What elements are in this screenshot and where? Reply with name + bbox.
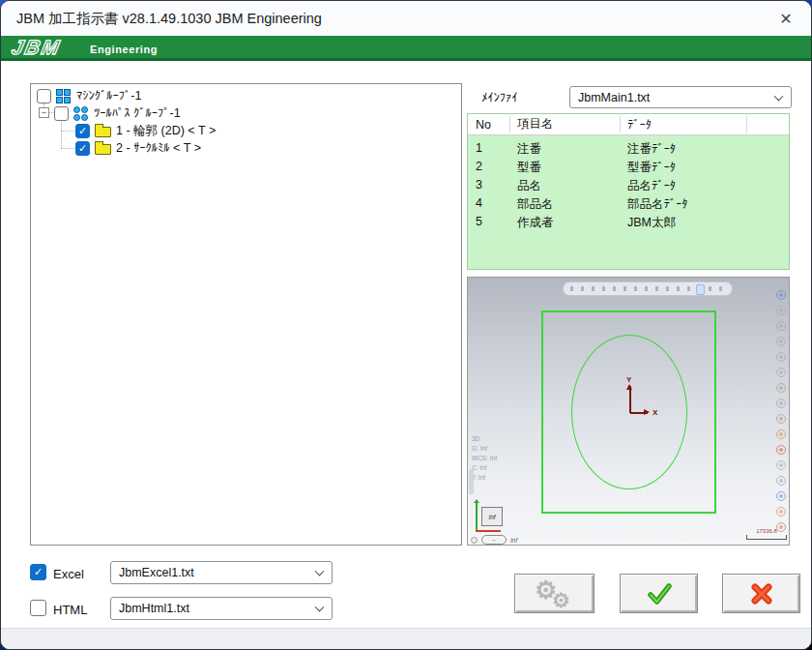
chevron-down-icon	[315, 567, 325, 576]
excel-file-combobox[interactable]: JbmExcel1.txt	[110, 561, 333, 584]
tree-node-operation-2[interactable]: ✓ 2 - ｻｰｸﾙﾐﾙ < T >	[75, 139, 201, 157]
table-header-row: No 項目名 ﾃﾞｰﾀ	[468, 114, 789, 135]
html-checkbox[interactable]: ✓	[30, 600, 46, 616]
y-axis-arrow-icon	[629, 386, 631, 413]
app-window: JBM 加工指示書 v28.1.49.1030 JBM Engineering …	[0, 0, 812, 650]
operation-1-checkbox[interactable]: ✓	[75, 124, 90, 138]
folder-icon	[95, 127, 111, 137]
bottom-strip	[1, 628, 811, 649]
html-file-value: JbmHtml1.txt	[119, 602, 189, 615]
table-row[interactable]: 2 型番 型番ﾃﾞｰﾀ	[468, 158, 789, 176]
table-body: 1 注番 注番ﾃﾞｰﾀ 2 型番 型番ﾃﾞｰﾀ 3 品名 品名ﾃﾞｰﾀ 4 部品…	[468, 135, 789, 231]
cell-item: 注番	[517, 141, 541, 158]
gear-icon: ⚙	[552, 590, 570, 610]
cancel-button[interactable]	[722, 574, 800, 613]
cell-item: 部品名	[517, 196, 554, 213]
operation-2-checkbox[interactable]: ✓	[75, 141, 90, 156]
scale-ruler: 17336.8	[746, 528, 787, 540]
viewport-tool-icon[interactable]	[776, 429, 786, 439]
cross-icon	[749, 581, 774, 606]
viewport-tool-icon[interactable]	[776, 491, 786, 501]
ok-button[interactable]	[620, 574, 698, 613]
header-no: No	[476, 118, 491, 132]
scale-value: 17336.8	[746, 528, 787, 535]
viewport-tool-icon[interactable]	[776, 321, 786, 331]
settings-button[interactable]: ⚙ ⚙	[514, 574, 594, 613]
scale-bar-icon	[746, 535, 787, 540]
cell-no: 3	[476, 178, 482, 192]
brand-tagline: Engineering	[90, 44, 158, 55]
cell-no: 2	[476, 160, 482, 173]
main-file-combobox[interactable]: JbmMain1.txt	[569, 86, 792, 108]
viewport-tool-icon[interactable]	[776, 383, 786, 393]
viewport-tool-icon[interactable]	[776, 352, 786, 362]
folder-icon	[95, 144, 111, 155]
viewport-status-panel: 3D G: Inf WCS: Inf C: Inf T: Inf	[472, 434, 497, 483]
viewport-bottom-status: ↔ Inf	[471, 535, 517, 545]
viewport-tool-icon[interactable]	[776, 337, 786, 346]
cell-no: 4	[476, 196, 482, 210]
cell-data: 注番ﾃﾞｰﾀ	[627, 141, 676, 158]
viewport-tool-icon[interactable]	[776, 414, 786, 424]
pan-icon: ↔	[481, 535, 507, 545]
excel-label: Excel	[53, 567, 84, 581]
cell-item: 型番	[517, 160, 541, 176]
tree-expander-icon[interactable]: −	[39, 107, 49, 118]
x-axis-arrow-icon	[630, 412, 648, 414]
html-file-combobox[interactable]: JbmHtml1.txt	[110, 597, 333, 620]
cell-data: 型番ﾃﾞｰﾀ	[627, 160, 676, 176]
chevron-down-icon	[315, 603, 325, 612]
close-button[interactable]: ✕	[772, 6, 799, 31]
tree-node-machine-group[interactable]: ✓ ﾏｼﾝｸﾞﾙｰﾌﾟ-1	[37, 87, 141, 104]
tree-node-toolpath-group[interactable]: ✓ ﾂｰﾙﾊﾟｽ ｸﾞﾙｰﾌﾟ-1	[54, 104, 181, 122]
y-axis-label: Y	[626, 375, 631, 384]
tree-connector	[61, 119, 62, 148]
tree-connector	[61, 131, 73, 132]
machine-group-icon	[56, 89, 72, 103]
excel-checkbox[interactable]: ✓	[30, 564, 46, 580]
viewport-tool-icon[interactable]	[776, 399, 786, 408]
main-file-value: JbmMain1.txt	[578, 91, 650, 104]
table-row[interactable]: 1 注番 注番ﾃﾞｰﾀ	[468, 139, 789, 158]
viewport-left-handle[interactable]	[469, 469, 474, 494]
close-icon: ✕	[779, 10, 792, 28]
toolpath-group-icon	[73, 106, 89, 121]
viewport-tool-icon[interactable]	[776, 368, 786, 377]
viewport-tool-icon[interactable]	[776, 290, 786, 300]
gizmo-plane-badge: Inf	[481, 507, 503, 526]
tree-node-label: ﾏｼﾝｸﾞﾙｰﾌﾟ-1	[76, 89, 141, 103]
tree-connector	[61, 148, 73, 149]
viewport-tool-icon[interactable]	[776, 460, 786, 470]
minus-icon: −	[42, 107, 46, 117]
check-icon: ✓	[78, 143, 87, 154]
item-data-table: No 項目名 ﾃﾞｰﾀ 1 注番 注番ﾃﾞｰﾀ 2 型番 型番ﾃﾞｰﾀ 3 品名…	[467, 113, 790, 270]
tree-node-label: 2 - ｻｰｸﾙﾐﾙ < T >	[116, 141, 201, 155]
tree-node-label: 1 - 輪郭 (2D) < T >	[116, 123, 216, 139]
checkmark-icon	[646, 582, 673, 606]
table-row[interactable]: 5 作成者 JBM太郎	[468, 213, 789, 231]
viewport-tool-icon[interactable]	[776, 476, 786, 486]
viewport-toolbar[interactable]	[563, 281, 733, 296]
viewport-side-toolbar[interactable]	[776, 290, 786, 532]
viewport-tool-icon[interactable]	[776, 507, 786, 517]
status-unit: Inf	[510, 537, 517, 544]
main-file-label: ﾒｲﾝﾌｧｲ	[481, 91, 518, 104]
cell-item: 作成者	[517, 215, 554, 231]
viewport-tool-icon[interactable]	[776, 445, 786, 455]
machine-group-checkbox[interactable]: ✓	[37, 89, 51, 103]
viewport-tool-icon[interactable]	[776, 306, 786, 315]
cell-no: 5	[476, 215, 482, 228]
cell-data: 部品名ﾃﾞｰﾀ	[627, 196, 688, 213]
window-title: JBM 加工指示書 v28.1.49.1030 JBM Engineering	[16, 10, 322, 28]
table-row[interactable]: 4 部品名 部品名ﾃﾞｰﾀ	[468, 194, 789, 213]
cell-item: 品名	[517, 178, 541, 194]
chevron-down-icon	[774, 91, 784, 101]
toolpath-group-checkbox[interactable]: ✓	[54, 106, 69, 121]
cell-no: 1	[476, 141, 482, 155]
cell-data: 品名ﾃﾞｰﾀ	[627, 178, 676, 194]
tree-node-operation-1[interactable]: ✓ 1 - 輪郭 (2D) < T >	[75, 122, 216, 139]
cad-preview-viewport[interactable]: Y X 3D G: Inf WCS: Inf C: Inf T: Inf Inf…	[467, 277, 790, 546]
table-row[interactable]: 3 品名 品名ﾃﾞｰﾀ	[468, 176, 789, 194]
operations-tree-panel: ✓ ﾏｼﾝｸﾞﾙｰﾌﾟ-1 − ✓ ﾂｰﾙﾊﾟｽ ｸﾞﾙｰﾌﾟ-1 ✓ 1 - …	[30, 83, 462, 546]
status-dot-icon	[471, 537, 478, 544]
